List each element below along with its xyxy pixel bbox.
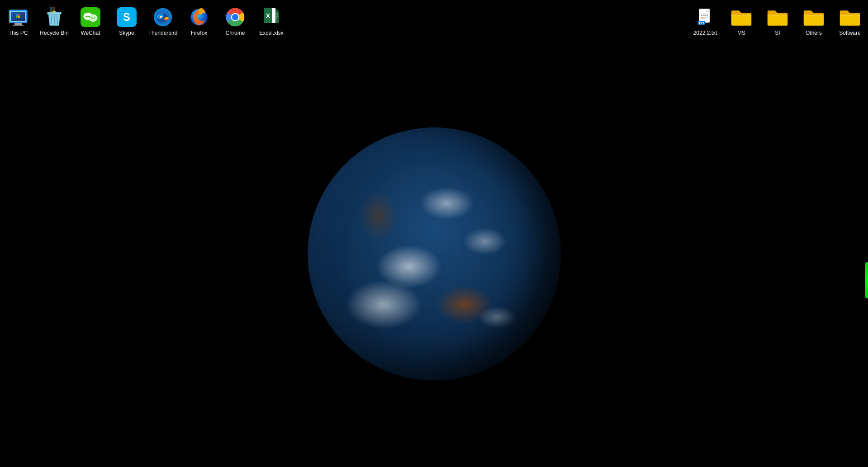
chrome-icon[interactable]: Chrome [217,4,253,39]
svg-marker-48 [275,8,279,11]
svg-rect-17 [52,7,55,10]
desktop-icons-right: TXT 2022.2.txt MS SI [687,0,868,42]
this-pc-icon-img [7,6,29,28]
others-folder-label: Others [806,30,822,36]
this-pc-icon[interactable]: This PC [0,4,36,39]
firefox-icon-img [188,6,210,28]
excel-icon[interactable]: X Excel.xlsx [253,4,289,39]
recycle-bin-icon-img [43,6,65,28]
green-bar [865,262,868,298]
wechat-icon[interactable]: WeChat [72,4,109,39]
svg-point-23 [85,16,87,17]
svg-rect-18 [50,10,52,13]
svg-point-44 [233,15,238,20]
svg-point-24 [87,16,89,17]
txt-file-label: 2022.2.txt [693,30,717,36]
software-folder-icon[interactable]: Software [832,4,868,39]
svg-rect-9 [18,16,20,18]
svg-rect-16 [50,7,52,10]
excel-icon-img: X [261,6,282,28]
svg-point-36 [166,17,169,19]
txt-file-icon[interactable]: TXT 2022.2.txt [687,4,723,39]
thunderbird-icon[interactable]: Thunderbird [145,4,181,39]
svg-rect-6 [16,14,18,16]
thunderbird-label: Thunderbird [148,30,178,36]
firefox-icon[interactable]: Firefox [181,4,217,39]
svg-point-38 [161,17,162,18]
svg-rect-8 [16,16,18,18]
si-folder-label: SI [775,30,780,36]
earth-wallpaper [308,127,561,380]
txt-file-icon-img: TXT [694,6,716,28]
svg-point-27 [92,17,94,19]
svg-text:X: X [266,12,270,19]
svg-text:TXT: TXT [698,22,704,25]
firefox-label: Firefox [191,30,208,36]
others-folder-icon[interactable]: Others [796,4,832,39]
wechat-label: WeChat [81,30,100,36]
skype-label: Skype [119,30,134,36]
si-folder-icon-img [767,6,788,28]
software-folder-icon-img [839,6,861,28]
chrome-label: Chrome [226,30,245,36]
svg-rect-7 [18,14,20,16]
svg-rect-3 [13,25,24,26]
recycle-bin-label: Recycle Bin [40,30,68,36]
excel-label: Excel.xlsx [259,30,283,36]
skype-icon[interactable]: S Skype [109,4,145,39]
svg-rect-19 [52,10,55,13]
others-folder-icon-img [803,6,825,28]
svg-rect-2 [14,23,22,25]
chrome-icon-img [224,6,246,28]
svg-point-25 [89,16,90,17]
skype-icon-img: S [116,6,138,28]
svg-point-26 [90,17,92,19]
ms-folder-label: MS [737,30,745,36]
ms-folder-icon[interactable]: MS [723,4,759,39]
this-pc-label: This PC [9,30,28,36]
wechat-icon-img [80,6,101,28]
ms-folder-icon-img [730,6,752,28]
recycle-bin-icon[interactable]: Recycle Bin [36,4,72,39]
si-folder-icon[interactable]: SI [759,4,796,39]
svg-text:S: S [123,11,130,23]
software-folder-label: Software [839,30,860,36]
svg-point-28 [94,17,95,19]
thunderbird-icon-img [152,6,174,28]
